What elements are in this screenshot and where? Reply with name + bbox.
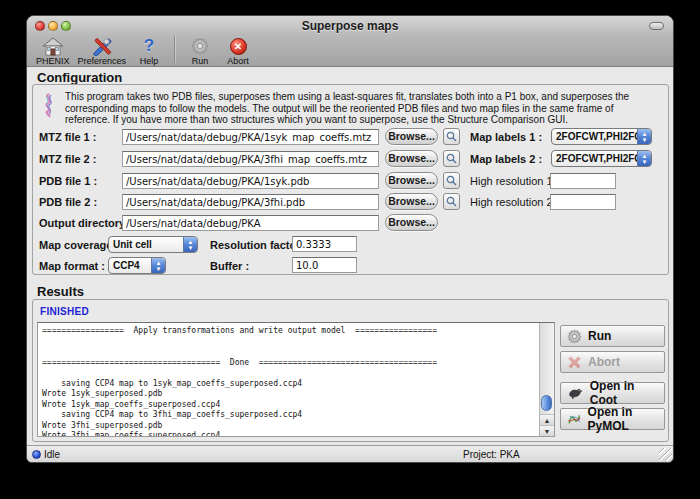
coot-bird-icon: [567, 387, 584, 400]
magnifier-icon: [446, 196, 457, 207]
toolbar-run-label: Run: [185, 56, 215, 66]
resolution-factor-input[interactable]: [292, 236, 357, 252]
program-description: This program takes two PDB files, superp…: [65, 91, 659, 126]
output-directory-browse-button[interactable]: Browse...: [385, 214, 438, 231]
mtz-file-2-inspect-button[interactable]: [443, 150, 460, 167]
crossed-tools-icon: [78, 36, 127, 56]
magnifier-icon: [446, 175, 457, 186]
mtz-file-1-input[interactable]: [122, 129, 379, 145]
buffer-label: Buffer :: [210, 260, 249, 272]
stepper-arrows-icon: ▲▼: [183, 237, 197, 252]
mtz-file-1-label: MTZ file 1 :: [39, 131, 96, 143]
toolbar-abort-button[interactable]: ✕ Abort: [219, 35, 257, 66]
toolbar-run-button[interactable]: Run: [181, 35, 219, 66]
pdb-file-1-browse-button[interactable]: Browse...: [385, 172, 438, 189]
mtz-file-1-browse-button[interactable]: Browse...: [385, 128, 438, 145]
results-groupbox: FINISHED ================= Apply transfo…: [32, 299, 669, 442]
toolbar-phenix-label: PHENIX: [36, 56, 70, 66]
toolbar-toggle-lozenge[interactable]: [649, 22, 664, 30]
map-labels-1-label: Map labels 1 :: [470, 131, 542, 143]
toolbar-preferences-label: Preferences: [78, 56, 127, 66]
map-coverage-dropdown[interactable]: Unit cell ▲▼: [108, 236, 198, 253]
pdb-file-2-inspect-button[interactable]: [443, 193, 460, 210]
configuration-heading: Configuration: [37, 70, 122, 85]
pdb-file-2-browse-button[interactable]: Browse...: [385, 193, 438, 210]
results-heading: Results: [37, 284, 84, 299]
buffer-input[interactable]: [292, 257, 357, 273]
map-labels-2-dropdown[interactable]: 2FOFCWT,PHI2FOF... ▲▼: [551, 150, 652, 167]
pymol-ribbon-icon: [567, 412, 582, 426]
pdb-file-1-label: PDB file 1 :: [39, 175, 97, 187]
stepper-arrows-icon: ▲▼: [637, 151, 651, 166]
toolbar-preferences-button[interactable]: Preferences: [74, 35, 131, 66]
pdb-file-1-input[interactable]: [122, 173, 379, 189]
high-resolution-1-label: High resolution 1 :: [470, 175, 559, 187]
window-title: Superpose maps: [27, 19, 673, 33]
abort-x-icon: ✕: [230, 38, 247, 55]
project-label: Project: PKA: [463, 449, 520, 460]
map-labels-2-label: Map labels 2 :: [470, 153, 542, 165]
gear-icon: [185, 36, 215, 56]
house-icon: [36, 36, 70, 56]
toolbar-abort-label: Abort: [223, 56, 253, 66]
stepper-arrows-icon: ▲▼: [151, 258, 165, 273]
stepper-arrows-icon: ▲▼: [637, 129, 651, 144]
scroll-down-arrow[interactable]: ▼: [540, 425, 554, 436]
idle-indicator-icon: [32, 450, 41, 459]
high-resolution-2-input[interactable]: [550, 194, 616, 210]
high-resolution-2-label: High resolution 2 :: [470, 196, 559, 208]
pdb-file-2-label: PDB file 2 :: [39, 196, 97, 208]
output-directory-label: Output directory :: [39, 217, 132, 229]
app-window: Superpose maps PHENIX: [26, 15, 674, 463]
map-format-dropdown[interactable]: CCP4 ▲▼: [108, 257, 166, 274]
resize-grip[interactable]: [659, 448, 672, 461]
run-button[interactable]: Run: [560, 325, 665, 347]
mtz-file-2-input[interactable]: [122, 151, 379, 167]
configuration-groupbox: This program takes two PDB files, superp…: [32, 84, 669, 275]
job-status-text: FINISHED: [40, 306, 89, 317]
question-mark-icon: ?: [144, 37, 154, 55]
status-text: Idle: [44, 449, 60, 460]
abort-button[interactable]: Abort: [560, 351, 665, 373]
scrollbar-thumb[interactable]: [541, 395, 552, 411]
output-directory-input[interactable]: [122, 215, 379, 231]
molecule-icon: [41, 92, 57, 118]
open-in-coot-button[interactable]: Open in Coot: [560, 382, 665, 404]
magnifier-icon: [446, 131, 457, 142]
toolbar-phenix-button[interactable]: PHENIX: [32, 35, 74, 66]
toolbar-separator: [174, 36, 175, 63]
console-scrollbar[interactable]: ▲ ▼: [539, 323, 554, 436]
gear-icon: [567, 329, 582, 344]
open-in-pymol-button[interactable]: Open in PyMOL: [560, 408, 665, 430]
toolbar: PHENIX Preferences ? Help: [27, 35, 673, 67]
toolbar-help-label: Help: [134, 56, 164, 66]
mtz-file-1-inspect-button[interactable]: [443, 128, 460, 145]
console-output[interactable]: ================= Apply transformations …: [37, 322, 555, 437]
high-resolution-1-input[interactable]: [550, 173, 616, 189]
map-format-label: Map format :: [39, 260, 105, 272]
map-labels-1-dropdown[interactable]: 2FOFCWT,PHI2FOF... ▲▼: [551, 128, 652, 145]
red-x-icon: [567, 355, 582, 370]
status-bar: Idle Project: PKA: [27, 445, 673, 462]
scroll-up-arrow[interactable]: ▲: [540, 414, 554, 425]
magnifier-icon: [446, 153, 457, 164]
toolbar-help-button[interactable]: ? Help: [130, 35, 168, 66]
mtz-file-2-browse-button[interactable]: Browse...: [385, 150, 438, 167]
console-text: ================= Apply transformations …: [38, 323, 554, 437]
mtz-file-2-label: MTZ file 2 :: [39, 153, 96, 165]
title-bar[interactable]: Superpose maps: [27, 16, 673, 35]
pdb-file-1-inspect-button[interactable]: [443, 172, 460, 189]
pdb-file-2-input[interactable]: [122, 194, 379, 210]
